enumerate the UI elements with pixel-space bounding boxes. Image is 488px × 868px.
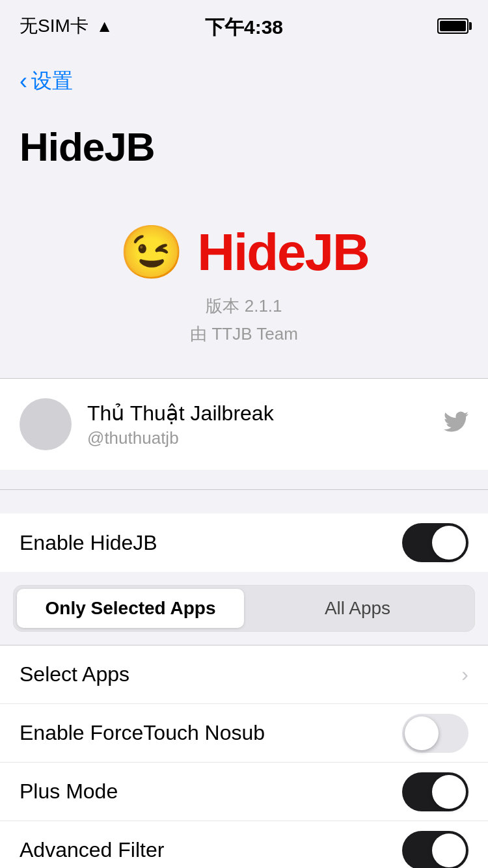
segment-only-selected[interactable]: Only Selected Apps bbox=[17, 589, 244, 628]
battery-fill bbox=[440, 21, 466, 31]
app-info-card: 😉 HideJB 版本 2.1.1 由 TTJB Team bbox=[0, 196, 488, 378]
plus-mode-row: Plus Mode bbox=[0, 763, 488, 821]
carrier-label: 无SIM卡 bbox=[20, 14, 88, 38]
battery-icon bbox=[437, 18, 468, 34]
plus-mode-toggle[interactable] bbox=[402, 772, 468, 811]
back-button[interactable]: ‹ 设置 bbox=[20, 67, 73, 96]
status-bar: 无SIM卡 ▲ 下午4:38 bbox=[0, 0, 488, 52]
author-name: Thủ Thuật Jailbreak bbox=[87, 401, 428, 426]
plus-mode-label: Plus Mode bbox=[20, 780, 118, 804]
select-apps-row[interactable]: Select Apps › bbox=[0, 645, 488, 704]
advanced-filter-toggle[interactable] bbox=[402, 831, 468, 869]
toggle-thumb-3 bbox=[432, 775, 466, 809]
segment-all-apps[interactable]: All Apps bbox=[244, 589, 471, 628]
forcetouch-row: Enable ForceTouch Nosub bbox=[0, 704, 488, 763]
wifi-icon: ▲ bbox=[96, 16, 113, 36]
toggle-thumb-4 bbox=[432, 834, 466, 867]
advanced-filter-row: Advanced Filter bbox=[0, 821, 488, 868]
back-chevron-icon: ‹ bbox=[20, 68, 27, 95]
app-emoji-icon: 😉 bbox=[119, 222, 184, 283]
header-section: HideJB bbox=[0, 111, 488, 196]
app-icon-row: 😉 HideJB bbox=[119, 222, 369, 283]
nav-bar: ‹ 设置 bbox=[0, 52, 488, 111]
page-title: HideJB bbox=[20, 124, 468, 170]
app-scope-segmented-control[interactable]: Only Selected Apps All Apps bbox=[13, 585, 475, 632]
avatar bbox=[20, 398, 72, 450]
author-handle: @thuthuatjb bbox=[87, 428, 428, 448]
status-left: 无SIM卡 ▲ bbox=[20, 14, 113, 38]
app-version: 版本 2.1.1 bbox=[206, 295, 282, 318]
select-apps-label: Select Apps bbox=[20, 662, 129, 686]
status-right bbox=[437, 18, 468, 34]
advanced-filter-label: Advanced Filter bbox=[20, 838, 164, 862]
toggle-thumb bbox=[432, 526, 466, 560]
time-display: 下午4:38 bbox=[205, 14, 283, 41]
author-card: Thủ Thuật Jailbreak @thuthuatjb bbox=[0, 379, 488, 470]
enable-hidejb-row: Enable HideJB bbox=[0, 513, 488, 572]
app-name-large: HideJB bbox=[197, 223, 369, 282]
section-gap-1 bbox=[0, 490, 488, 513]
enable-hidejb-label: Enable HideJB bbox=[20, 531, 157, 555]
settings-group-1: Enable HideJB bbox=[0, 513, 488, 572]
toggle-thumb-2 bbox=[405, 716, 439, 750]
settings-group-2: Select Apps › Enable ForceTouch Nosub Pl… bbox=[0, 645, 488, 868]
author-info: Thủ Thuật Jailbreak @thuthuatjb bbox=[87, 401, 428, 448]
back-label: 设置 bbox=[31, 67, 73, 96]
forcetouch-toggle[interactable] bbox=[402, 714, 468, 753]
enable-hidejb-toggle[interactable] bbox=[402, 523, 468, 562]
forcetouch-label: Enable ForceTouch Nosub bbox=[20, 721, 265, 745]
twitter-icon[interactable] bbox=[444, 409, 468, 440]
select-apps-chevron-icon: › bbox=[461, 662, 468, 686]
app-team: 由 TTJB Team bbox=[190, 323, 298, 346]
